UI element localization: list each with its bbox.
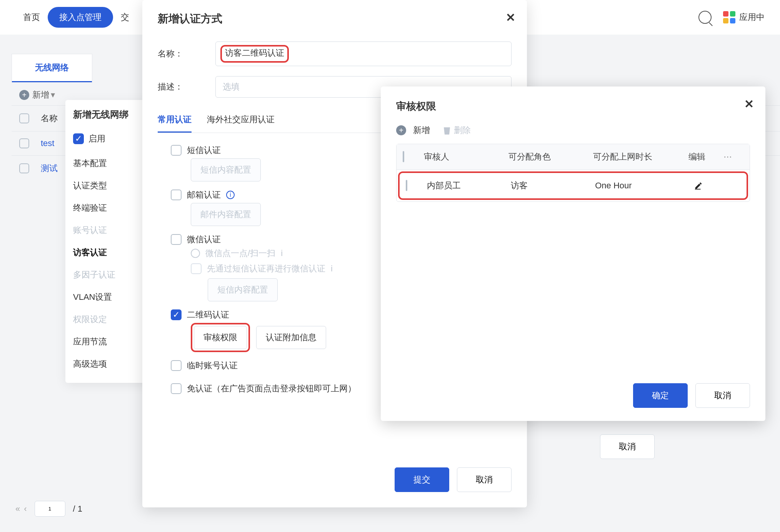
row-name[interactable]: 测试	[41, 163, 58, 174]
email-config-button: 邮件内容配置	[191, 203, 261, 226]
sidebar-item-permission: 权限设定	[65, 308, 154, 331]
info-icon: i	[281, 248, 283, 258]
col-edit: 编辑	[678, 151, 716, 163]
tab-overseas-auth[interactable]: 海外社交应用认证	[207, 108, 275, 133]
add-dropdown[interactable]: 新增	[32, 89, 55, 101]
sidebar-item-mfa: 多因子认证	[65, 264, 154, 286]
email-label: 邮箱认证	[187, 189, 221, 201]
perm-select-all[interactable]	[403, 151, 404, 162]
wechat-label: 微信认证	[187, 234, 221, 245]
sms-config-button: 短信内容配置	[191, 158, 261, 181]
sidebar-item-vlan[interactable]: VLAN设置	[65, 286, 154, 308]
sidebar-item-app-throttle[interactable]: 应用节流	[65, 331, 154, 353]
perm-modal-title: 审核权限	[396, 100, 750, 113]
plus-icon: +	[396, 125, 406, 135]
wechat-radio-1	[191, 249, 200, 258]
col-name: 名称	[41, 113, 58, 124]
perm-row-highlight: 内部员工 访客 One Hour	[398, 171, 748, 200]
qrcode-review-highlight: 审核权限	[191, 323, 250, 352]
submit-button[interactable]: 提交	[395, 467, 449, 492]
col-duration: 可分配上网时长	[593, 151, 678, 163]
col-more-icon[interactable]: ⋯	[716, 152, 739, 162]
pagination: « ‹ / 1	[15, 501, 82, 517]
sidebar-item-basic[interactable]: 基本配置	[65, 152, 154, 175]
pager-first-icon[interactable]: «	[15, 504, 20, 514]
desc-label: 描述：	[158, 81, 215, 93]
modal-title: 新增认证方式	[158, 12, 512, 26]
perm-role: 访客	[511, 180, 595, 191]
cancel-button[interactable]: 取消	[695, 383, 750, 408]
sidebar-item-advanced[interactable]: 高级选项	[65, 353, 154, 375]
name-input[interactable]: 访客二维码认证	[225, 48, 284, 58]
name-value-highlight: 访客二维码认证	[220, 45, 289, 63]
row-name[interactable]: test	[41, 138, 54, 148]
wechat-checkbox[interactable]	[171, 234, 182, 245]
info-icon: i	[331, 264, 333, 274]
nav-home[interactable]: 首页	[15, 8, 48, 27]
noauth-checkbox[interactable]	[171, 383, 182, 394]
col-role: 可分配角色	[508, 151, 593, 163]
info-icon[interactable]: i	[226, 191, 235, 199]
perm-table: 审核人 可分配角色 可分配上网时长 编辑 ⋯ 内部员工 访客 One Hour	[396, 144, 750, 202]
sms-label: 短信认证	[187, 145, 221, 156]
wechat-sub2-label: 先通过短信认证再进行微信认证	[207, 263, 325, 274]
row-checkbox[interactable]	[19, 138, 29, 148]
perm-reviewer: 内部员工	[427, 180, 511, 191]
perm-row-checkbox[interactable]	[406, 180, 407, 191]
sub-tabs: 无线网络	[12, 54, 92, 82]
sidebar-item-guest-auth[interactable]: 访客认证	[65, 241, 154, 264]
svg-rect-0	[695, 189, 700, 190]
perm-duration: One Hour	[595, 181, 679, 191]
name-label: 名称：	[158, 48, 215, 60]
perm-add-button[interactable]: 新增	[413, 125, 430, 136]
page-input[interactable]	[35, 501, 65, 517]
temp-account-label: 临时账号认证	[187, 360, 238, 371]
trash-icon	[443, 126, 451, 135]
enable-checkbox[interactable]: ✓	[73, 133, 84, 144]
wechat-sms-first-checkbox	[191, 263, 202, 274]
perm-delete-button: 删除	[454, 125, 471, 136]
enable-label: 启用	[88, 133, 105, 145]
sidebar-item-auth-type[interactable]: 认证类型	[65, 175, 154, 197]
select-all-checkbox[interactable]	[19, 113, 29, 123]
nav-access-point[interactable]: 接入点管理	[48, 7, 113, 28]
plus-icon: +	[19, 90, 29, 100]
wifi-panel-title: 新增无线网绑	[65, 100, 154, 131]
noauth-label: 免认证（在广告页面点击登录按钮即可上网）	[187, 383, 356, 394]
floating-cancel-area: 取消	[600, 434, 655, 459]
sms-checkbox[interactable]	[171, 145, 182, 156]
search-icon[interactable]	[698, 11, 712, 24]
qrcode-checkbox[interactable]: ✓	[171, 309, 182, 320]
row-checkbox[interactable]	[19, 163, 29, 173]
auth-extra-info-button[interactable]: 认证附加信息	[256, 326, 326, 349]
cancel-button[interactable]: 取消	[457, 467, 512, 492]
sidebar-item-account-auth: 账号认证	[65, 219, 154, 241]
tab-common-auth[interactable]: 常用认证	[158, 108, 192, 133]
temp-account-checkbox[interactable]	[171, 360, 182, 371]
review-permission-button[interactable]: 审核权限	[194, 326, 247, 349]
page-total: / 1	[73, 504, 82, 514]
wifi-panel: 新增无线网绑 ✓ 启用 基本配置 认证类型 终端验证 账号认证 访客认证 多因子…	[65, 100, 154, 383]
close-icon[interactable]: ✕	[744, 97, 754, 111]
sidebar-item-terminal[interactable]: 终端验证	[65, 197, 154, 219]
email-checkbox[interactable]	[171, 190, 182, 200]
tab-wireless[interactable]: 无线网络	[12, 54, 92, 82]
apps-label[interactable]: 应用中	[739, 12, 765, 23]
apps-icon[interactable]	[723, 11, 735, 23]
review-permission-modal: 审核权限 ✕ + 新增 删除 审核人 可分配角色 可分配上网时长 编辑 ⋯ 内部…	[381, 86, 765, 421]
nav-switch[interactable]: 交	[113, 8, 137, 27]
close-icon[interactable]: ✕	[506, 11, 515, 24]
pager-prev-icon[interactable]: ‹	[24, 504, 27, 514]
qrcode-label: 二维码认证	[187, 309, 229, 321]
edit-icon[interactable]	[694, 181, 703, 190]
cancel-button[interactable]: 取消	[600, 434, 655, 459]
wechat-sms-config-button: 短信内容配置	[208, 278, 278, 301]
wechat-sub1-label: 微信点一点/扫一扫	[205, 248, 275, 259]
col-reviewer: 审核人	[424, 151, 508, 163]
ok-button[interactable]: 确定	[633, 383, 688, 408]
